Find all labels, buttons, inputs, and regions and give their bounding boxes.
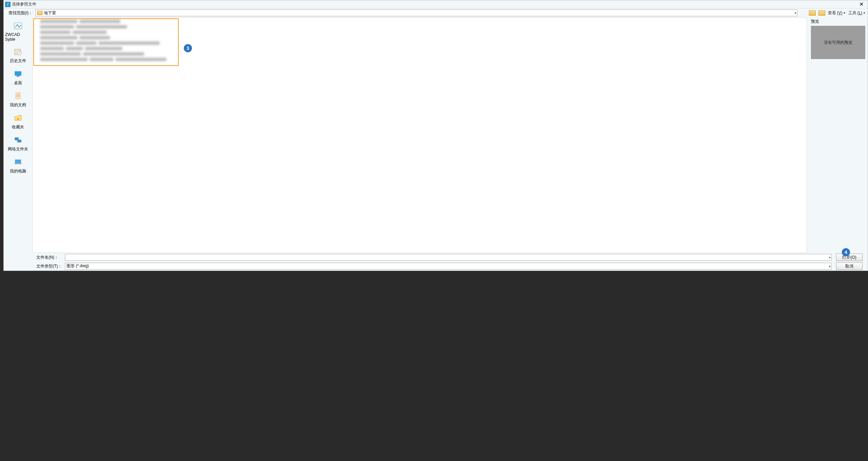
zwcad-icon [13,21,23,31]
chevron-down-icon: ▾ [795,11,796,15]
filename-label: 文件名(N)： [36,255,62,260]
filetype-row: 文件类型(T)： 图形 (*.dwg) ▾ 取消 [4,262,868,271]
history-icon [13,47,23,57]
sidebar-item-favorites[interactable]: 收藏夹 [5,111,31,133]
tools-hotkey: (L) [857,11,862,15]
sidebar-item-label: ZWCAD Syble [5,32,31,42]
svg-rect-5 [16,76,20,77]
cancel-button[interactable]: 取消 [836,262,863,270]
sidebar: ZWCAD Syble 历史文件 桌面 我的文档 [4,17,32,253]
callout-3: 3 [184,44,192,52]
svg-rect-4 [17,76,19,76]
chevron-down-icon: ▼ [843,12,846,15]
filename-row: 文件名(N)： ▾ 打开(O) [4,253,868,262]
sidebar-item-label: 我的电脑 [10,168,26,174]
dialog-title: 选择参照文件 [12,1,856,7]
filetype-select[interactable]: 图形 (*.dwg) ▾ [65,263,832,270]
sidebar-item-desktop[interactable]: 桌面 [5,67,31,89]
titlebar: Z 选择参照文件 ✕ [4,0,868,8]
cancel-button-label: 取消 [845,263,853,269]
computer-icon [13,158,23,167]
favorites-icon [13,113,23,123]
app-icon: Z [5,2,11,7]
location-text: 地下室 [44,10,56,16]
lookin-label: 查找范围(I)： [8,10,33,16]
sidebar-item-computer[interactable]: 我的电脑 [5,155,31,178]
svg-rect-12 [15,160,21,163]
open-button[interactable]: 打开(O) [836,254,863,261]
close-button[interactable]: ✕ [856,1,866,7]
sidebar-item-network[interactable]: 网络文件夹 [5,133,31,155]
view-menu[interactable]: 查看(V) ▼ [828,10,846,16]
sidebar-item-zwcad[interactable]: ZWCAD Syble [5,19,31,45]
chevron-down-icon: ▾ [829,264,831,268]
toolbar-row: 查找范围(I)： 地下室 ▾ 查看(V) ▼ 工具(L) ▼ [4,8,868,17]
preview-box: 没有可用的预览 [811,26,865,59]
sidebar-item-history[interactable]: 历史文件 [5,45,31,67]
filetype-label: 文件类型(T)： [36,263,62,269]
tools-menu[interactable]: 工具(L) ▼ [848,10,866,16]
sidebar-item-label: 网络文件夹 [8,146,28,152]
svg-rect-3 [15,71,21,76]
location-dropdown[interactable]: 地下室 ▾ [35,10,797,16]
filename-input[interactable]: ▾ [65,254,832,261]
sidebar-item-label: 收藏夹 [12,124,24,130]
network-icon [13,135,23,145]
dialog-body: ZWCAD Syble 历史文件 桌面 我的文档 [4,17,868,253]
preview-pane: 预览 没有可用的预览 [808,17,868,253]
chevron-down-icon: ▾ [829,256,831,259]
file-dialog: Z 选择参照文件 ✕ 查找范围(I)： 地下室 ▾ 查看(V) ▼ 工具(L) … [3,0,868,271]
desktop-icon [13,69,23,79]
view-menu-label: 查看 [828,10,836,16]
documents-icon [13,91,23,101]
preview-empty-text: 没有可用的预览 [824,40,852,45]
folder-icon [37,11,42,15]
callout-4: 4 [842,248,850,256]
sidebar-item-label: 桌面 [14,80,22,86]
svg-rect-13 [14,163,21,164]
svg-rect-11 [17,140,21,142]
svg-rect-6 [16,93,20,99]
folder-new-icon[interactable] [818,11,825,16]
preview-header: 预览 [811,19,865,24]
chevron-down-icon: ▼ [863,12,866,15]
filetype-value: 图形 (*.dwg) [67,263,89,268]
toolbar-icons: 查看(V) ▼ 工具(L) ▼ [809,10,866,16]
highlight-annotation [33,18,179,66]
view-hotkey: (V) [837,11,842,15]
folder-up-icon[interactable] [809,11,816,16]
tools-menu-label: 工具 [848,10,856,16]
sidebar-item-label: 我的文档 [10,102,26,108]
file-list[interactable]: 3 [32,17,807,253]
sidebar-item-label: 历史文件 [10,58,26,64]
sidebar-item-documents[interactable]: 我的文档 [5,89,31,111]
bottom-section: 4 文件名(N)： ▾ 打开(O) 文件类型(T)： 图形 (*.dwg) ▾ … [4,253,868,271]
